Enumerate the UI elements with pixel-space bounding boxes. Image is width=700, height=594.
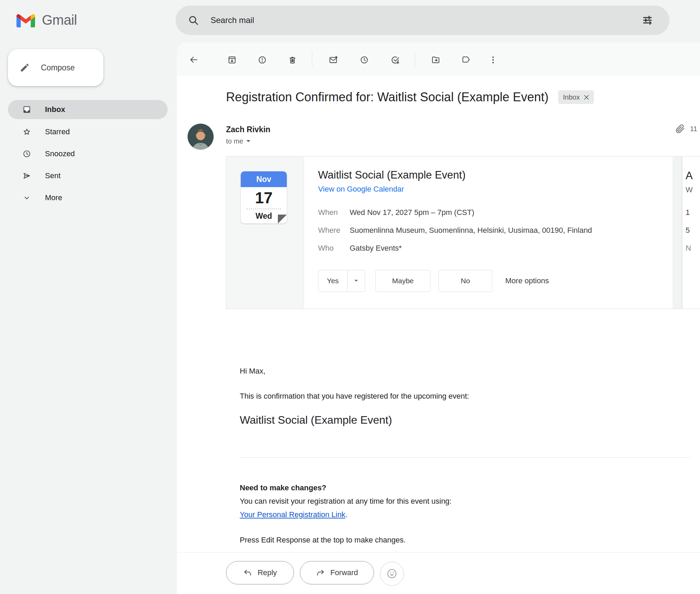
chip-label: Inbox xyxy=(563,93,580,101)
snooze-button[interactable] xyxy=(356,52,372,68)
caret-down-icon xyxy=(246,140,251,143)
recipient-label: to me xyxy=(226,137,243,145)
move-to-folder-icon xyxy=(431,55,440,65)
event-when-row: When Wed Nov 17, 2027 5pm – 7pm (CST) xyxy=(318,208,474,217)
event-title: Waitlist Social (Example Event) xyxy=(318,169,466,181)
rsvp-no-button[interactable]: No xyxy=(439,270,492,292)
send-icon xyxy=(22,171,31,180)
calendar-day: 17 xyxy=(241,187,287,208)
search-input[interactable]: Search mail xyxy=(211,15,638,25)
sender-photo xyxy=(188,124,214,150)
sidebar-item-label: Snoozed xyxy=(45,149,75,158)
archive-icon xyxy=(227,55,237,65)
sender-avatar[interactable] xyxy=(188,124,214,150)
more-actions-button[interactable] xyxy=(485,52,501,68)
reply-label: Reply xyxy=(258,568,277,577)
sidebar-item-label: Starred xyxy=(45,127,70,136)
star-icon xyxy=(22,127,31,136)
who-value: Gatsby Events* xyxy=(350,244,402,253)
compose-button[interactable]: Compose xyxy=(8,49,103,86)
reply-button[interactable]: Reply xyxy=(226,561,294,584)
agenda-title-fragment: A xyxy=(686,170,693,182)
app-title: Gmail xyxy=(42,12,77,28)
sender-name: Zach Rivkin xyxy=(226,125,270,134)
rsvp-buttons: Yes Maybe No More options xyxy=(318,270,549,292)
gmail-window: Gmail Search mail Compose Inbox xyxy=(0,0,700,594)
agenda-panel: A W 1 5 N xyxy=(682,156,700,309)
trash-icon xyxy=(288,55,297,65)
agenda-date-fragment: W xyxy=(686,185,693,194)
body-divider xyxy=(240,457,690,458)
add-to-tasks-icon xyxy=(391,55,400,65)
attachment-and-time: 11 xyxy=(675,124,697,134)
link-suffix: . xyxy=(345,510,347,519)
archive-button[interactable] xyxy=(224,52,240,68)
sidebar-item-label: Inbox xyxy=(45,105,65,114)
calendar-date-icon: Nov 17 Wed xyxy=(241,171,287,224)
calendar-month: Nov xyxy=(241,171,287,187)
back-button[interactable] xyxy=(185,52,202,68)
where-value: Suomenlinna Museum, Suomenlinna, Helsink… xyxy=(350,226,592,235)
edit-response-note: Press Edit Response at the top to make c… xyxy=(240,536,406,545)
search-icon xyxy=(188,15,199,26)
search-bar[interactable]: Search mail xyxy=(176,5,669,35)
mark-unread-icon xyxy=(329,55,338,65)
search-options-button[interactable] xyxy=(638,11,657,30)
delete-button[interactable] xyxy=(284,52,301,68)
label-button[interactable] xyxy=(458,52,474,68)
recipient-dropdown[interactable]: to me xyxy=(226,137,251,145)
more-vert-icon xyxy=(488,55,498,65)
forward-button[interactable]: Forward xyxy=(300,561,374,584)
view-on-google-calendar-link[interactable]: View on Google Calendar xyxy=(318,185,404,194)
who-label: Who xyxy=(318,244,350,253)
forward-label: Forward xyxy=(330,568,358,577)
sidebar-item-snoozed[interactable]: Snoozed xyxy=(8,144,168,163)
sidebar-item-label: More xyxy=(45,193,62,202)
agenda-item-fragment: N xyxy=(686,244,691,253)
move-to-button[interactable] xyxy=(427,52,444,68)
when-value: Wed Nov 17, 2027 5pm – 7pm (CST) xyxy=(350,208,474,217)
rsvp-more-options[interactable]: More options xyxy=(505,276,549,285)
pencil-icon xyxy=(20,62,30,73)
gmail-logo: Gmail xyxy=(16,12,77,28)
when-label: When xyxy=(318,208,350,217)
emoji-smile-icon xyxy=(386,568,398,580)
rsvp-yes-dropdown[interactable] xyxy=(348,270,365,292)
clock-icon xyxy=(22,149,31,158)
event-where-row: Where Suomenlinna Museum, Suomenlinna, H… xyxy=(318,226,592,235)
agenda-item-fragment: 5 xyxy=(686,226,690,235)
body-greeting: Hi Max, xyxy=(240,367,266,376)
gmail-m-icon xyxy=(16,13,35,27)
registration-link-line: Your Personal Registration Link. xyxy=(240,510,348,519)
add-reaction-button[interactable] xyxy=(380,562,404,586)
personal-registration-link[interactable]: Your Personal Registration Link xyxy=(240,510,345,519)
forward-arrow-icon xyxy=(316,568,325,577)
rsvp-maybe-button[interactable]: Maybe xyxy=(375,270,430,292)
mark-unread-button[interactable] xyxy=(325,52,341,68)
rsvp-yes-split-button: Yes xyxy=(318,270,365,292)
tune-icon xyxy=(642,15,653,26)
toolbar-divider xyxy=(415,52,415,67)
sidebar-item-more[interactable]: More xyxy=(8,188,168,207)
event-date-panel: Nov 17 Wed xyxy=(226,157,304,309)
email-subject: Registration Confirmed for: Waitlist Soc… xyxy=(226,90,549,104)
caret-down-icon xyxy=(354,279,358,282)
arrow-left-icon xyxy=(189,55,199,65)
add-to-tasks-button[interactable] xyxy=(387,52,403,68)
event-card-scroll-track[interactable] xyxy=(673,157,681,309)
timestamp: 11 xyxy=(690,125,697,133)
sidebar-item-inbox[interactable]: Inbox xyxy=(8,100,168,119)
paperclip-icon xyxy=(675,124,685,134)
remove-label-icon[interactable] xyxy=(584,95,589,100)
label-tag-icon xyxy=(461,55,471,65)
body-event-title: Waitlist Social (Example Event) xyxy=(240,414,392,426)
toolbar-divider xyxy=(312,52,312,67)
sidebar-item-sent[interactable]: Sent xyxy=(8,166,168,185)
report-spam-icon xyxy=(258,55,267,65)
sidebar-item-starred[interactable]: Starred xyxy=(8,122,168,141)
rsvp-yes-button[interactable]: Yes xyxy=(318,270,348,292)
inbox-label-chip[interactable]: Inbox xyxy=(558,90,594,104)
chevron-down-icon xyxy=(22,193,31,202)
report-spam-button[interactable] xyxy=(254,52,270,68)
footer-divider xyxy=(177,552,700,552)
